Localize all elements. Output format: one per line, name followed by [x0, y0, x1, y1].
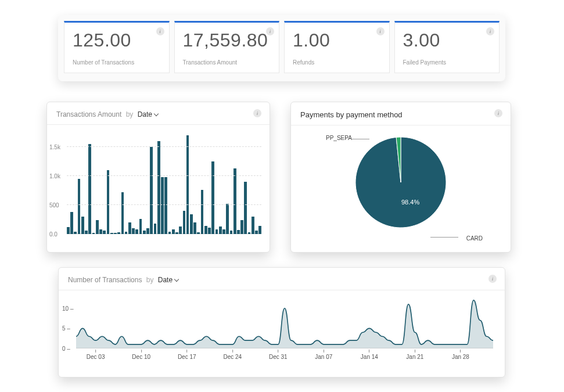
info-icon[interactable]: i [488, 275, 497, 283]
bar [143, 231, 146, 234]
bar [237, 230, 240, 234]
panel-header: Payments by payment method i [291, 102, 511, 125]
x-tick-label: Jan 07 [315, 354, 332, 360]
bar [128, 222, 131, 234]
x-tick-label: Dec 24 [223, 354, 242, 360]
panel-header: Transactions Amount by Date i [47, 102, 270, 125]
bar [132, 228, 135, 234]
bar [78, 179, 81, 234]
bar [222, 229, 225, 234]
bar [208, 228, 211, 234]
bar [193, 222, 196, 234]
y-tick-label: 0.0 [49, 231, 58, 238]
x-axis: Dec 03Dec 10Dec 17Dec 24Dec 31Jan 07Jan … [76, 350, 493, 367]
y-tick-label: 1.5k [49, 144, 60, 150]
x-tick-label: Jan 21 [406, 354, 423, 360]
bar [96, 220, 99, 234]
bar [125, 232, 128, 234]
x-tick: Jan 21 [406, 350, 423, 360]
bar [172, 229, 175, 234]
bar [99, 229, 102, 234]
date-dropdown[interactable]: Date [158, 276, 178, 284]
by-label: by [146, 276, 154, 284]
dropdown-label: Date [158, 276, 173, 284]
x-tick-label: Dec 03 [87, 354, 105, 360]
info-icon[interactable]: i [266, 27, 274, 35]
bar [146, 228, 149, 234]
bar [92, 233, 95, 234]
x-tick: Dec 24 [223, 350, 242, 360]
bar [211, 161, 214, 234]
bars-container [67, 135, 261, 234]
bar [150, 147, 153, 234]
bar [85, 231, 88, 234]
bar [175, 232, 178, 234]
kpi-card-transactions-amount: i 17,559.80 Transactions Amount [174, 21, 280, 73]
info-icon[interactable]: i [494, 109, 502, 117]
bar [201, 190, 204, 234]
bar [215, 229, 218, 234]
bar [114, 233, 117, 234]
info-icon[interactable]: i [156, 27, 164, 35]
bar [186, 135, 189, 234]
grid-line [67, 175, 261, 176]
panel-title: Payments by payment method [300, 110, 403, 119]
kpi-row: i 125.00 Number of Transactions i 17,559… [58, 15, 505, 81]
kpi-card-failed-payments: i 3.00 Failed Payments [394, 21, 500, 73]
bar [164, 177, 167, 234]
bar [233, 168, 236, 234]
info-icon[interactable]: i [486, 27, 494, 35]
x-tick-label: Dec 31 [269, 354, 288, 360]
x-tick: Dec 31 [269, 350, 288, 360]
y-tick-label: 1.0k [49, 173, 60, 179]
panel-title: Number of Transactions [68, 276, 142, 284]
bar [230, 231, 233, 234]
panel-title: Transactions Amount [56, 110, 121, 118]
bar [179, 226, 182, 234]
bar-chart-plot: 0.05001.0k1.5k [67, 135, 261, 234]
bar-chart-body: 0.05001.0k1.5k [47, 125, 270, 247]
bar [244, 182, 247, 234]
grid-line [67, 146, 261, 147]
bar [135, 229, 138, 234]
bar [219, 226, 222, 234]
info-icon[interactable]: i [376, 27, 385, 35]
kpi-value: 1.00 [293, 30, 381, 51]
area-chart-body: 0 –5 –10 – Dec 03Dec 10Dec 17Dec 24Dec 3… [59, 290, 505, 372]
x-tick: Jan 07 [315, 350, 332, 360]
x-tick: Jan 28 [452, 350, 469, 360]
area-chart [76, 296, 493, 348]
bar [255, 231, 258, 234]
bar [139, 219, 142, 234]
by-label: by [126, 110, 134, 118]
x-tick-label: Dec 17 [178, 354, 196, 360]
bar [107, 170, 110, 234]
kpi-value: 17,559.80 [183, 30, 271, 51]
bar [240, 220, 243, 234]
pie-chart [349, 130, 453, 235]
panel-header: Number of Transactions by Date i [59, 268, 505, 290]
kpi-label: Transactions Amount [183, 59, 271, 66]
x-tick-label: Jan 14 [361, 354, 378, 360]
transactions-amount-panel: Transactions Amount by Date i 0.05001.0k… [46, 102, 270, 253]
y-tick-label: 5 – [62, 325, 70, 332]
kpi-label: Failed Payments [403, 59, 491, 66]
bar [103, 231, 106, 234]
x-tick-label: Jan 28 [452, 354, 469, 360]
bar [204, 226, 207, 234]
info-icon[interactable]: i [253, 109, 261, 117]
y-tick-label: 0 – [62, 346, 70, 352]
x-tick: Dec 03 [87, 350, 105, 360]
bar [197, 232, 200, 234]
kpi-label: Number of Transactions [73, 59, 161, 66]
kpi-value: 125.00 [73, 30, 161, 51]
x-tick: Dec 10 [132, 350, 150, 360]
bar [157, 141, 160, 234]
date-dropdown[interactable]: Date [138, 110, 158, 118]
pie-slice-label-sepa: PP_SEPA [326, 135, 352, 141]
y-tick-label: 10 – [62, 305, 73, 311]
bar [110, 233, 113, 234]
bar [117, 232, 120, 234]
bar [161, 177, 164, 234]
bar [258, 226, 261, 234]
